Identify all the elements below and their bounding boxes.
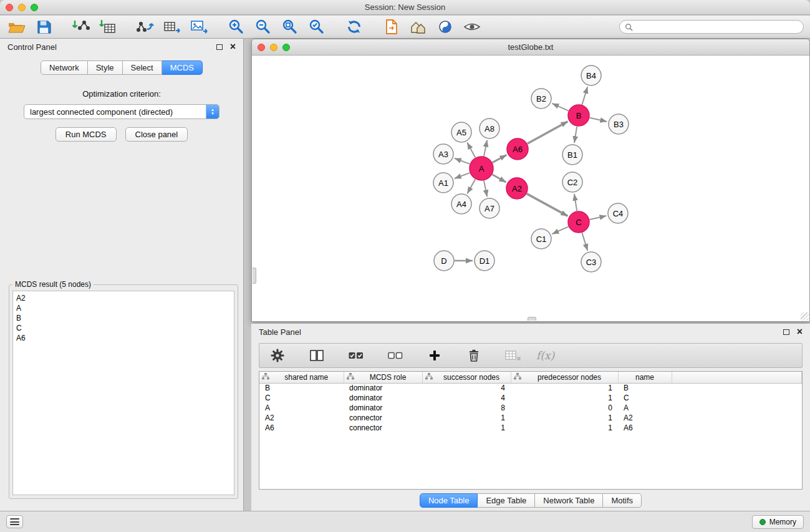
mcds-result-item[interactable]: C	[16, 323, 231, 333]
show-hide-details-icon[interactable]	[461, 17, 483, 36]
toolbar-search[interactable]	[619, 20, 804, 34]
table-cell[interactable]: 1	[511, 413, 618, 423]
graph-node-B1[interactable]: B1	[562, 145, 582, 165]
export-to-web-icon[interactable]	[381, 17, 402, 36]
zoom-window-button[interactable]	[31, 4, 38, 11]
graph-node-A3[interactable]: A3	[433, 144, 453, 164]
save-session-icon[interactable]	[33, 17, 54, 36]
tab-edge-table[interactable]: Edge Table	[478, 493, 535, 508]
table-cell[interactable]: B	[259, 383, 344, 393]
graph-edge-B-B1[interactable]	[574, 127, 577, 143]
network-canvas[interactable]: B4B2BB3A5A8A6B1A3AA1C2A2A4A7C4CC1C3DD1	[253, 56, 809, 321]
table-cell[interactable]: connector	[344, 413, 422, 423]
window-resize-grip[interactable]	[801, 312, 809, 321]
graph-node-C4[interactable]: C4	[608, 203, 628, 223]
column-header-shared-name[interactable]: shared name	[259, 372, 344, 383]
table-settings-icon[interactable]	[267, 346, 288, 365]
graph-edge-A6-B[interactable]	[528, 122, 568, 144]
graph-edge-C-C4[interactable]	[590, 216, 607, 220]
tab-network[interactable]: Network	[41, 60, 88, 75]
refresh-view-icon[interactable]	[344, 17, 365, 36]
column-header-successor-nodes[interactable]: successor nodes	[422, 372, 511, 383]
graph-edge-C-C2[interactable]	[574, 194, 577, 211]
graph-node-C2[interactable]: C2	[562, 172, 582, 192]
table-cell[interactable]: 4	[422, 383, 511, 393]
table-cell[interactable]: 1	[511, 383, 618, 393]
mcds-result-item[interactable]: A	[16, 303, 231, 313]
table-row[interactable]: Cdominator41C	[259, 393, 802, 403]
mcds-result-item[interactable]: A6	[16, 333, 231, 343]
table-cell[interactable]: A2	[618, 413, 672, 423]
graph-node-A1[interactable]: A1	[433, 173, 453, 193]
graph-node-A5[interactable]: A5	[451, 122, 471, 142]
delete-table-icon[interactable]	[503, 346, 524, 365]
graph-edge-A-A5[interactable]	[467, 143, 475, 158]
table-cell[interactable]: 0	[511, 403, 618, 413]
tab-node-table[interactable]: Node Table	[420, 493, 478, 508]
table-cell[interactable]: C	[259, 393, 344, 403]
export-network-icon[interactable]	[135, 17, 156, 36]
graph-edge-B-B4[interactable]	[582, 87, 587, 105]
table-cell[interactable]: A	[259, 403, 344, 413]
table-cell[interactable]: A	[618, 403, 672, 413]
create-column-icon[interactable]	[424, 346, 445, 365]
minimize-window-button[interactable]	[18, 4, 26, 11]
optimization-criterion-select[interactable]: largest connected component (directed) ▲…	[24, 104, 219, 119]
table-cell[interactable]: 4	[422, 393, 511, 403]
close-panel-icon[interactable]: ×	[230, 43, 236, 51]
graph-edge-A2-C[interactable]	[527, 194, 568, 216]
graph-edge-C-C3[interactable]	[582, 233, 587, 251]
memory-button[interactable]: Memory	[752, 515, 804, 529]
close-table-panel-icon[interactable]: ×	[797, 328, 803, 336]
graph-node-C3[interactable]: C3	[581, 252, 601, 272]
mcds-result-list[interactable]: A2ABCA6	[12, 291, 234, 495]
table-cell[interactable]: dominator	[344, 383, 422, 393]
table-row[interactable]: A6connector11A6	[259, 423, 802, 433]
table-row[interactable]: Adominator80A	[259, 403, 802, 413]
tab-select[interactable]: Select	[123, 60, 162, 75]
table-cell[interactable]: A2	[259, 413, 344, 423]
graph-node-A4[interactable]: A4	[451, 194, 471, 214]
run-mcds-button[interactable]: Run MCDS	[55, 127, 117, 142]
graph-edge-C-C1[interactable]	[552, 226, 568, 234]
mcds-result-item[interactable]: B	[16, 313, 231, 323]
close-window-button[interactable]	[6, 4, 13, 11]
table-row[interactable]: A2connector11A2	[259, 413, 802, 423]
close-panel-button[interactable]: Close panel	[125, 127, 188, 142]
table-cell[interactable]: B	[618, 383, 672, 393]
table-cell[interactable]: A6	[259, 423, 344, 433]
splitter-grip-bottom[interactable]	[528, 317, 536, 321]
zoom-out-icon[interactable]	[253, 17, 274, 36]
network-window-titlebar[interactable]: testGlobe.txt	[252, 39, 809, 56]
open-file-icon[interactable]	[6, 17, 27, 36]
float-panel-icon[interactable]	[216, 44, 223, 50]
network-close-button[interactable]	[258, 44, 265, 51]
table-row[interactable]: Bdominator41B	[259, 383, 802, 393]
graph-node-A7[interactable]: A7	[480, 198, 499, 218]
zoom-selected-icon[interactable]	[306, 17, 327, 36]
network-zoom-button[interactable]	[282, 44, 290, 51]
import-table-icon[interactable]	[97, 17, 118, 36]
zoom-in-icon[interactable]	[226, 17, 247, 36]
graph-node-A8[interactable]: A8	[480, 118, 499, 138]
graph-edge-A-A2[interactable]	[492, 175, 506, 182]
table-cell[interactable]: 8	[422, 403, 511, 413]
import-network-icon[interactable]	[70, 17, 92, 36]
table-cell[interactable]: 1	[511, 423, 618, 433]
graph-node-A2[interactable]: A2	[506, 178, 528, 199]
table-cell[interactable]: C	[618, 393, 672, 403]
deselect-all-icon[interactable]	[385, 346, 406, 365]
function-builder-icon[interactable]: f(x)	[536, 349, 554, 362]
tab-network-table[interactable]: Network Table	[535, 493, 603, 508]
graph-node-D[interactable]: D	[434, 251, 454, 271]
column-header-name[interactable]: name	[618, 372, 672, 383]
graph-node-C1[interactable]: C1	[531, 229, 551, 249]
table-cell[interactable]: dominator	[344, 393, 422, 403]
tab-style[interactable]: Style	[88, 60, 123, 75]
graph-edge-A-A4[interactable]	[467, 179, 475, 193]
apply-style-icon[interactable]	[435, 17, 456, 36]
table-cell[interactable]: A6	[618, 423, 672, 433]
search-input[interactable]	[636, 22, 798, 31]
export-table-icon[interactable]	[162, 17, 183, 36]
tab-motifs[interactable]: Motifs	[603, 493, 642, 508]
